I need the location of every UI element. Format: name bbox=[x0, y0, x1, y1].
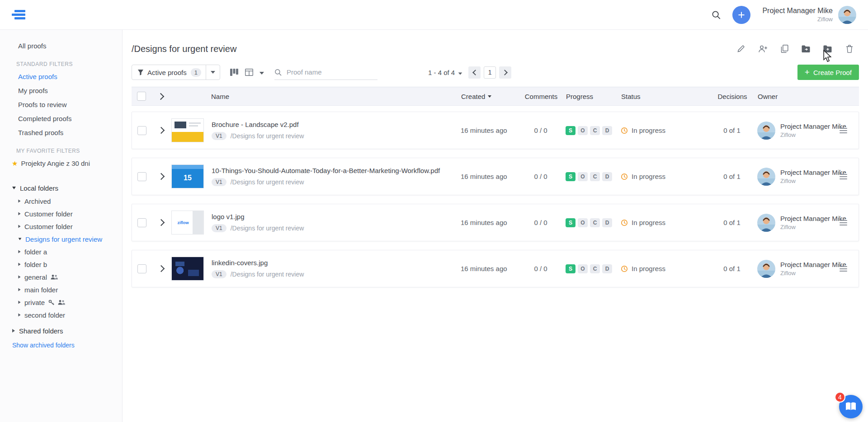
favorite-filters-header: MY FAVORITE FILTERS bbox=[0, 148, 122, 154]
sidebar-item-favorite-filter[interactable]: ★ Projekty Angie z 30 dni bbox=[0, 156, 122, 170]
search-icon[interactable] bbox=[712, 10, 721, 19]
decisions-cell: 0 of 1 bbox=[707, 173, 757, 180]
column-header-status[interactable]: Status bbox=[621, 93, 707, 100]
row-checkbox[interactable] bbox=[137, 264, 146, 273]
table-view-button[interactable] bbox=[242, 66, 256, 79]
row-checkbox[interactable] bbox=[137, 172, 146, 181]
proof-name-link[interactable]: Brochure - Landscape v2.pdf bbox=[212, 121, 455, 128]
row-checkbox[interactable] bbox=[137, 218, 146, 227]
row-menu-icon[interactable] bbox=[840, 174, 847, 179]
sidebar-folder-item[interactable]: Archived bbox=[0, 195, 122, 207]
ziflow-logo-icon[interactable] bbox=[12, 10, 27, 19]
expand-row-icon[interactable] bbox=[157, 219, 165, 226]
expand-row-icon[interactable] bbox=[157, 265, 165, 272]
sidebar-filter-item[interactable]: Completed proofs bbox=[0, 112, 122, 126]
expand-row-icon[interactable] bbox=[157, 127, 165, 134]
expand-all-icon[interactable] bbox=[157, 93, 164, 100]
proof-folder-path[interactable]: /Designs for urgent review bbox=[231, 178, 304, 186]
column-header-name[interactable]: Name bbox=[211, 93, 461, 100]
next-page-button[interactable] bbox=[499, 66, 511, 79]
comments-cell: 0 / 0 bbox=[516, 219, 566, 226]
star-icon: ★ bbox=[12, 159, 18, 168]
sidebar-folder-item[interactable]: Designs for urgent review bbox=[0, 233, 122, 245]
sidebar-folder-item[interactable]: second folder bbox=[0, 309, 122, 321]
add-person-icon bbox=[758, 45, 768, 53]
proof-thumbnail[interactable] bbox=[171, 257, 204, 281]
create-proof-button[interactable]: + Create Proof bbox=[797, 65, 859, 80]
column-header-created[interactable]: Created bbox=[461, 93, 516, 100]
proof-folder-path[interactable]: /Designs for urgent review bbox=[231, 225, 304, 232]
status-text: In progress bbox=[632, 219, 665, 226]
sidebar-filter-item[interactable]: Proofs to review bbox=[0, 98, 122, 112]
filter-dropdown-caret[interactable] bbox=[206, 65, 220, 80]
proof-search bbox=[274, 65, 377, 80]
new-folder-button[interactable] bbox=[818, 41, 837, 57]
column-header-progress[interactable]: Progress bbox=[566, 93, 621, 100]
page-number-button[interactable]: 1 bbox=[484, 66, 496, 79]
row-menu-icon[interactable] bbox=[840, 220, 847, 225]
user-menu[interactable]: Project Manager Mike Ziflow bbox=[762, 6, 856, 24]
proof-folder-path[interactable]: /Designs for urgent review bbox=[231, 132, 304, 140]
page-range-caret[interactable] bbox=[458, 70, 462, 76]
proof-folder-path[interactable]: /Designs for urgent review bbox=[231, 271, 304, 278]
user-avatar[interactable] bbox=[838, 6, 856, 24]
status-text: In progress bbox=[632, 173, 665, 180]
active-filter-chip[interactable]: Active proofs 1 bbox=[132, 65, 220, 80]
row-menu-icon[interactable] bbox=[840, 266, 847, 272]
row-checkbox[interactable] bbox=[137, 126, 146, 135]
filter-label: Active proofs bbox=[147, 69, 187, 76]
column-label: Owner bbox=[758, 93, 778, 100]
sidebar-folder-item[interactable]: main folder bbox=[0, 283, 122, 296]
folder-label: folder a bbox=[24, 248, 47, 256]
local-folders-toggle[interactable]: Local folders bbox=[0, 181, 122, 195]
proof-name-link[interactable]: linkedin-covers.jpg bbox=[212, 259, 455, 267]
edit-button[interactable] bbox=[731, 41, 750, 57]
proof-name-link[interactable]: 10-Things-You-Should-Automate-Today-for-… bbox=[212, 167, 455, 174]
version-badge: V1 bbox=[212, 132, 226, 140]
folder-label: main folder bbox=[24, 286, 58, 294]
select-all-checkbox[interactable] bbox=[137, 92, 146, 101]
move-to-folder-button[interactable] bbox=[797, 41, 816, 57]
help-widget-button[interactable]: 4 bbox=[839, 395, 863, 418]
proof-name-link[interactable]: logo v1.jpg bbox=[212, 213, 455, 220]
manage-people-button[interactable] bbox=[753, 41, 772, 57]
page-title: /Designs for urgent review bbox=[132, 44, 236, 54]
sidebar-filter-label: Trashed proofs bbox=[18, 129, 63, 136]
proof-thumbnail[interactable] bbox=[171, 118, 204, 142]
view-options-caret[interactable] bbox=[257, 69, 266, 76]
show-archived-folders-link[interactable]: Show archived folders bbox=[0, 342, 122, 349]
duplicate-button[interactable] bbox=[775, 41, 794, 57]
sidebar-folder-item[interactable]: Customer folder bbox=[0, 207, 122, 220]
status-text: In progress bbox=[632, 127, 665, 134]
quick-add-button[interactable] bbox=[732, 6, 750, 24]
proof-name-search-input[interactable] bbox=[286, 68, 371, 76]
sidebar-folder-item[interactable]: private bbox=[0, 296, 122, 309]
sidebar-folder-item[interactable]: folder a bbox=[0, 245, 122, 258]
in-progress-clock-icon bbox=[621, 265, 628, 272]
delete-button[interactable] bbox=[840, 41, 859, 57]
proof-thumbnail[interactable]: ziflow bbox=[171, 211, 204, 234]
sidebar-filter-item[interactable]: My proofs bbox=[0, 84, 122, 98]
column-header-decisions[interactable]: Decisions bbox=[707, 93, 758, 100]
column-header-owner[interactable]: Owner bbox=[758, 93, 840, 100]
proof-toolbar bbox=[731, 41, 859, 57]
progress-cell: S O C D bbox=[566, 218, 621, 227]
sidebar-filter-item[interactable]: Trashed proofs bbox=[0, 126, 122, 140]
sidebar-folder-item[interactable]: folder b bbox=[0, 258, 122, 271]
sidebar-folder-item[interactable]: Customer folder bbox=[0, 220, 122, 233]
proof-thumbnail[interactable]: 15 bbox=[171, 164, 204, 188]
sidebar-filter-item[interactable]: Active proofs bbox=[0, 70, 122, 84]
column-header-comments[interactable]: Comments bbox=[516, 93, 566, 100]
board-view-button[interactable] bbox=[227, 66, 241, 79]
progress-opened-badge: O bbox=[578, 264, 588, 273]
progress-decided-badge: D bbox=[602, 126, 612, 135]
expand-row-icon[interactable] bbox=[157, 173, 165, 180]
row-menu-icon[interactable] bbox=[840, 128, 847, 133]
table-view-icon bbox=[245, 69, 253, 76]
filter-count-badge: 1 bbox=[191, 68, 201, 77]
sidebar-folder-item[interactable]: general bbox=[0, 271, 122, 283]
prev-page-button[interactable] bbox=[468, 66, 481, 79]
sidebar-item-all-proofs[interactable]: All proofs bbox=[0, 39, 122, 53]
version-badge: V1 bbox=[212, 178, 226, 186]
shared-folders-toggle[interactable]: Shared folders bbox=[0, 324, 122, 338]
